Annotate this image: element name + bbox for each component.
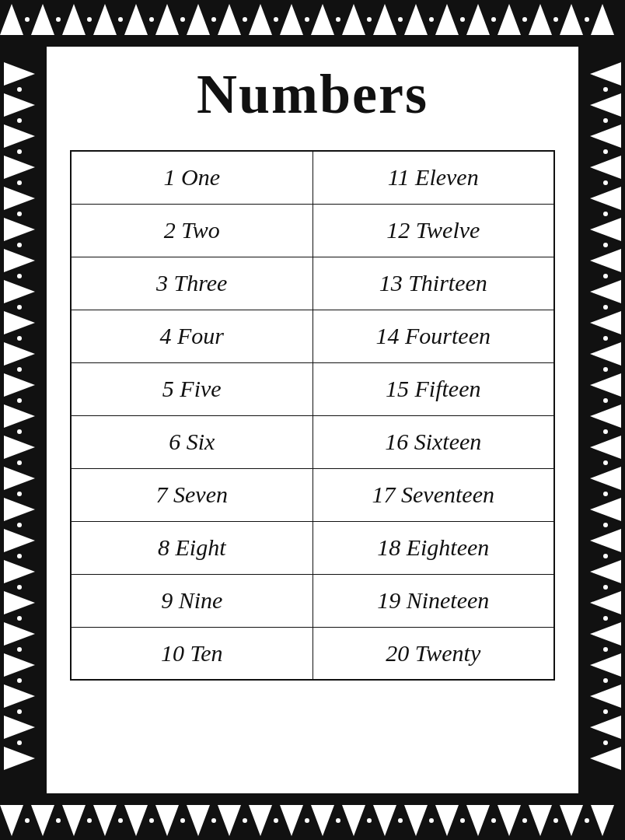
svg-marker-63 [591, 805, 614, 836]
svg-marker-86 [4, 156, 35, 179]
svg-marker-50 [187, 805, 210, 836]
cell-left: 4 Four [71, 310, 312, 362]
content-area: Numbers 1 One11 Eleven2 Two12 Twelve3 Th… [47, 47, 578, 793]
svg-point-168 [603, 616, 608, 621]
svg-marker-95 [4, 436, 35, 459]
cell-right: 13 Thirteen [312, 257, 554, 310]
svg-point-34 [305, 17, 309, 22]
svg-point-64 [25, 818, 30, 823]
svg-rect-2 [0, 0, 48, 840]
svg-marker-45 [31, 805, 54, 836]
svg-marker-13 [249, 4, 272, 35]
cell-right: 15 Fifteen [312, 362, 554, 415]
svg-marker-104 [4, 716, 35, 739]
svg-point-114 [17, 336, 22, 341]
svg-point-72 [274, 818, 278, 823]
svg-marker-59 [466, 805, 490, 836]
svg-marker-12 [218, 4, 241, 35]
svg-point-67 [118, 818, 123, 823]
svg-point-170 [603, 678, 608, 683]
svg-point-119 [17, 492, 22, 496]
svg-marker-135 [590, 280, 621, 303]
cell-right: 12 Twelve [312, 204, 554, 257]
svg-marker-138 [590, 373, 621, 397]
cell-left: 10 Ten [71, 627, 312, 680]
svg-point-69 [180, 818, 185, 823]
svg-point-37 [398, 17, 403, 22]
svg-point-106 [17, 87, 22, 92]
svg-point-76 [398, 818, 403, 823]
svg-marker-62 [560, 805, 583, 836]
svg-marker-6 [31, 4, 54, 35]
svg-point-172 [603, 740, 608, 745]
svg-point-117 [17, 429, 22, 434]
svg-point-41 [522, 17, 527, 22]
svg-point-156 [603, 243, 608, 247]
svg-point-107 [17, 118, 22, 123]
svg-marker-140 [590, 436, 621, 459]
svg-point-166 [603, 554, 608, 558]
svg-marker-85 [4, 124, 35, 148]
svg-marker-144 [590, 560, 621, 583]
svg-marker-21 [498, 4, 521, 35]
svg-marker-97 [4, 498, 35, 521]
svg-point-38 [429, 17, 434, 22]
cell-left: 9 Nine [71, 574, 312, 627]
svg-marker-47 [93, 805, 117, 836]
svg-marker-14 [280, 4, 303, 35]
svg-point-25 [25, 17, 30, 22]
svg-marker-52 [249, 805, 272, 836]
svg-point-27 [87, 17, 92, 22]
cell-left: 3 Three [71, 257, 312, 310]
svg-point-122 [17, 585, 22, 590]
svg-point-81 [553, 818, 558, 823]
svg-point-152 [603, 118, 608, 123]
svg-marker-46 [62, 805, 86, 836]
svg-point-31 [211, 17, 216, 22]
svg-point-36 [367, 17, 372, 22]
svg-marker-134 [590, 249, 621, 272]
cell-right: 14 Fourteen [312, 310, 554, 362]
svg-point-111 [17, 243, 22, 247]
cell-right: 17 Seventeen [312, 468, 554, 521]
svg-marker-48 [124, 805, 148, 836]
svg-point-68 [149, 818, 154, 823]
svg-point-66 [87, 818, 92, 823]
cell-left: 7 Seven [71, 468, 312, 521]
svg-marker-55 [342, 805, 365, 836]
svg-point-163 [603, 460, 608, 465]
svg-marker-130 [590, 124, 621, 148]
table-row: 10 Ten20 Twenty [71, 627, 554, 680]
svg-marker-87 [4, 187, 35, 210]
svg-point-161 [603, 398, 608, 403]
svg-marker-19 [435, 4, 459, 35]
svg-marker-88 [4, 218, 35, 241]
svg-marker-8 [93, 4, 117, 35]
svg-point-159 [603, 336, 608, 341]
cell-left: 6 Six [71, 415, 312, 468]
svg-point-169 [603, 647, 608, 652]
svg-marker-131 [590, 156, 621, 179]
cell-right: 11 Eleven [312, 151, 554, 204]
svg-marker-60 [498, 805, 521, 836]
svg-point-74 [336, 818, 340, 823]
svg-point-39 [460, 17, 465, 22]
svg-marker-54 [311, 805, 334, 836]
svg-point-108 [17, 149, 22, 154]
table-row: 5 Five15 Fifteen [71, 362, 554, 415]
cell-left: 2 Two [71, 204, 312, 257]
cell-left: 5 Five [71, 362, 312, 415]
svg-point-125 [17, 678, 22, 683]
svg-marker-15 [311, 4, 334, 35]
svg-point-112 [17, 274, 22, 278]
svg-marker-105 [4, 747, 35, 770]
svg-point-120 [17, 523, 22, 527]
svg-point-71 [243, 818, 247, 823]
svg-marker-51 [218, 805, 241, 836]
svg-point-124 [17, 647, 22, 652]
svg-marker-142 [590, 498, 621, 521]
svg-marker-90 [4, 280, 35, 303]
svg-marker-96 [4, 467, 35, 490]
svg-marker-44 [0, 805, 23, 836]
svg-marker-94 [4, 404, 35, 428]
